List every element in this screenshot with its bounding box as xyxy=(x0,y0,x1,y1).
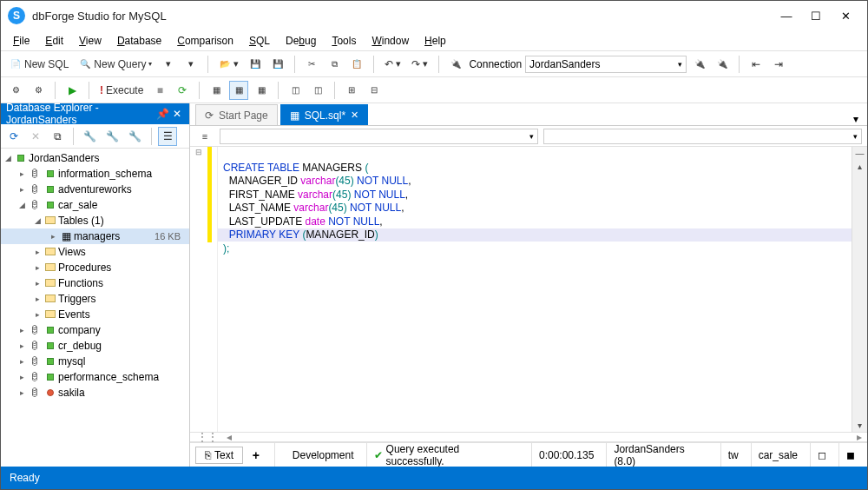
compile-all-button[interactable]: ⚙ xyxy=(29,81,48,100)
disconnect-icon: 🔌 xyxy=(716,58,728,70)
scroll-up-icon[interactable]: ▴ xyxy=(858,160,862,173)
filter-3-button[interactable]: 🔧 xyxy=(125,127,145,146)
tab-start-page[interactable]: ⟳Start Page xyxy=(195,104,278,125)
tree-schema[interactable]: ▸🛢mysql xyxy=(1,354,189,369)
dropdown-2-button[interactable]: ▾ xyxy=(181,55,201,74)
menu-help[interactable]: Help xyxy=(418,32,453,50)
menu-file[interactable]: File xyxy=(6,32,36,50)
menu-sql[interactable]: SQL xyxy=(242,32,277,50)
indent-right-icon: ⇥ xyxy=(774,58,783,70)
grid-2-button[interactable]: ▦ xyxy=(229,81,248,100)
stop-button[interactable]: ■ xyxy=(150,81,169,100)
connect-button[interactable]: 🔌 xyxy=(690,55,709,74)
delete-button[interactable]: ✕ xyxy=(26,127,45,146)
tree-folder-tables[interactable]: ◢Tables (1) xyxy=(1,213,189,228)
menu-tools[interactable]: Tools xyxy=(325,32,363,50)
menu-debug[interactable]: Debug xyxy=(279,32,323,50)
indent-right-button[interactable]: ⇥ xyxy=(769,55,788,74)
close-panel-button[interactable]: ✕ xyxy=(170,108,184,120)
redo-button[interactable]: ↷▾ xyxy=(408,55,431,74)
grid-3-button[interactable]: ▦ xyxy=(252,81,271,100)
paste-button[interactable]: 📋 xyxy=(347,55,366,74)
tree-schema[interactable]: ▸🛢sakila xyxy=(1,385,189,401)
separator xyxy=(294,56,295,73)
menu-window[interactable]: Window xyxy=(365,32,416,50)
tree-schema[interactable]: ▸🛢adventureworks xyxy=(1,182,189,197)
pin-button[interactable]: 📌 xyxy=(156,108,170,120)
grid-1-button[interactable]: ▦ xyxy=(207,81,226,100)
new-window-button[interactable]: ⧉ xyxy=(48,127,67,146)
dropdown-1-button[interactable]: ▾ xyxy=(159,55,178,74)
table-icon: ▦ xyxy=(58,230,74,242)
text-view-tab[interactable]: ⎘Text xyxy=(195,447,243,464)
tab-menu-button[interactable]: ▾ xyxy=(845,113,867,125)
tree-schema[interactable]: ▸🛢information_schema xyxy=(1,166,189,182)
params-button[interactable]: ⊞ xyxy=(342,81,361,100)
undo-button[interactable]: ↶▾ xyxy=(381,55,404,74)
tree-table-managers[interactable]: ▸▦managers16 KB xyxy=(1,228,189,244)
menu-view[interactable]: View xyxy=(72,32,108,50)
close-tab-button[interactable]: ✕ xyxy=(351,109,358,121)
tree-folder-functions[interactable]: ▸Functions xyxy=(1,275,189,291)
run-button[interactable]: ▶ xyxy=(62,81,82,100)
open-button[interactable]: 📂▾ xyxy=(215,55,242,74)
refresh-button[interactable]: ⟳ xyxy=(4,127,23,146)
object-filter-button[interactable]: ☰ xyxy=(158,127,177,146)
compile-button[interactable]: ⚙ xyxy=(6,81,25,100)
tree-folder-events[interactable]: ▸Events xyxy=(1,307,189,322)
refresh-icon: ⟳ xyxy=(10,130,18,142)
maximize-button[interactable]: ☐ xyxy=(801,3,831,28)
cut-button[interactable]: ✂ xyxy=(302,55,321,74)
connection-icon-button[interactable]: 🔌 xyxy=(446,55,465,74)
tab-sql[interactable]: ▦SQL.sql*✕ xyxy=(280,104,368,125)
close-window-button[interactable]: ✕ xyxy=(831,3,860,28)
tree-root[interactable]: ◢ JordanSanders xyxy=(1,150,189,166)
tree-schema[interactable]: ▸🛢performance_schema xyxy=(1,369,189,385)
code-area[interactable]: CREATE TABLE MANAGERS ( MANAGER_ID varch… xyxy=(218,147,852,432)
tree-folder-triggers[interactable]: ▸Triggers xyxy=(1,291,189,307)
filter-1-button[interactable]: 🔧 xyxy=(80,127,100,146)
editor-scrollbar[interactable]: — ▴ ▾ xyxy=(852,147,867,432)
tree-schema[interactable]: ▸🛢cr_debug xyxy=(1,338,189,354)
copy-icon: ⧉ xyxy=(328,58,340,70)
status-connection: JordanSanders (8.0) xyxy=(606,443,714,467)
undo-icon: ↶ xyxy=(385,58,393,70)
disconnect-button[interactable]: 🔌 xyxy=(713,55,732,74)
tree-folder-procedures[interactable]: ▸Procedures xyxy=(1,260,189,275)
save-button[interactable]: 💾 xyxy=(246,55,265,74)
scroll-top-icon[interactable]: — xyxy=(856,147,865,160)
form-1-button[interactable]: ◫ xyxy=(286,81,305,100)
save-all-button[interactable]: 💾 xyxy=(268,55,287,74)
copy-button[interactable]: ⧉ xyxy=(325,55,344,74)
menu-database[interactable]: Database xyxy=(110,32,168,50)
filter-2-button[interactable]: 🔧 xyxy=(102,127,122,146)
execute-button[interactable]: ! Execute xyxy=(96,81,147,100)
separator xyxy=(373,56,374,73)
layout-2-button[interactable]: ◼ xyxy=(838,443,862,467)
scroll-down-icon[interactable]: ▾ xyxy=(858,419,862,432)
add-view-button[interactable]: + xyxy=(248,448,264,462)
new-sql-button[interactable]: 📄New SQL xyxy=(6,55,72,74)
connection-dropdown[interactable]: JordanSanders▾ xyxy=(525,56,687,73)
schema-combo[interactable]: ▾ xyxy=(220,129,538,144)
explorer-tree[interactable]: ◢ JordanSanders ▸🛢information_schema ▸🛢a… xyxy=(1,149,189,467)
object-combo[interactable]: ▾ xyxy=(543,129,862,144)
indent-left-button[interactable]: ⇤ xyxy=(746,55,766,74)
minimize-button[interactable]: — xyxy=(772,3,801,28)
environment-indicator: Development xyxy=(274,443,361,467)
cut-icon: ✂ xyxy=(306,58,318,70)
play-icon: ▶ xyxy=(69,84,76,96)
sql-editor[interactable]: ⊟ CREATE TABLE MANAGERS ( MANAGER_ID var… xyxy=(190,147,867,432)
output-splitter[interactable]: ⋮⋮ ◂ ▸ xyxy=(190,432,867,442)
tree-schema[interactable]: ◢🛢car_sale xyxy=(1,197,189,213)
tree-schema[interactable]: ▸🛢company xyxy=(1,322,189,338)
document-tabs: ⟳Start Page ▦SQL.sql*✕ ▾ xyxy=(190,103,867,126)
menu-edit[interactable]: Edit xyxy=(38,32,70,50)
transaction-button[interactable]: ⊟ xyxy=(365,81,384,100)
form-2-button[interactable]: ◫ xyxy=(308,81,327,100)
new-query-button[interactable]: 🔍New Query▾ xyxy=(76,55,155,74)
refresh-exec-button[interactable]: ⟳ xyxy=(173,81,192,100)
layout-1-button[interactable]: ◻ xyxy=(810,443,833,467)
tree-folder-views[interactable]: ▸Views xyxy=(1,244,189,260)
menu-comparison[interactable]: Comparison xyxy=(170,32,240,50)
